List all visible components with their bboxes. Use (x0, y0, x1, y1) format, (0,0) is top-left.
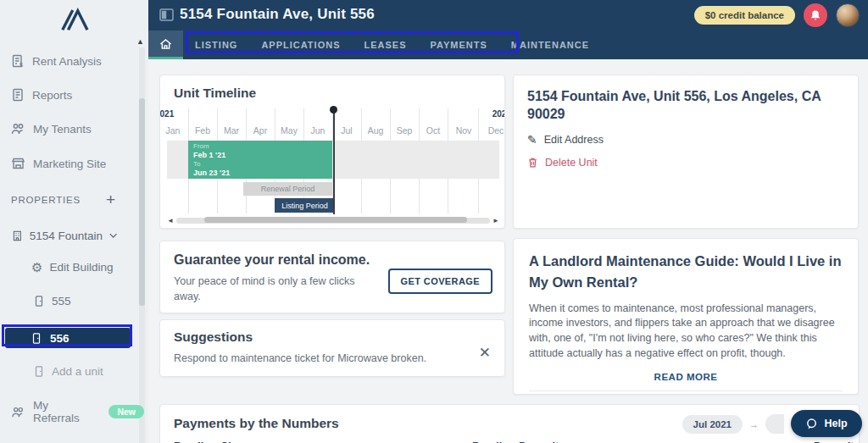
sidebar-item-label: 555 (52, 295, 71, 307)
new-badge: New (108, 405, 144, 418)
property-name: 5154 Fountain ... (30, 230, 103, 242)
chat-bubble-icon (805, 418, 818, 430)
delete-unit-label: Delete Unit (545, 157, 598, 169)
help-label: Help (824, 418, 847, 429)
article-title: A Landlord Maintenance Guide: Would I Li… (529, 251, 843, 293)
lease-to-date: Jun 23 '21 (193, 169, 327, 178)
payments-column-header: Pending Deposits (472, 440, 565, 443)
month-pill-next-partial[interactable] (765, 414, 784, 434)
tab-payments[interactable]: PAYMENTS (418, 30, 498, 59)
read-more-link[interactable]: READ MORE (529, 372, 843, 382)
unit-tabs: LISTING APPLICATIONS LEASES PAYMENTS MAI… (148, 30, 868, 59)
month-label: Dec (479, 125, 505, 136)
sidebar-item-label: Marketing Site (33, 158, 106, 170)
month-label: Nov (447, 125, 481, 136)
sidebar-item-label: My Tenants (33, 123, 92, 136)
sidebar-scroll-up-icon[interactable]: ▲ (136, 37, 144, 46)
door-icon (33, 295, 45, 307)
sidebar-item-add-a-unit[interactable]: Add a unit (33, 365, 103, 378)
unit-address: 5154 Fountain Ave, Unit 556, Los Angeles… (527, 87, 844, 123)
top-header: 5154 Fountain Ave, Unit 556 $0 credit ba… (148, 0, 868, 59)
timeline-scrollbar-thumb[interactable] (204, 217, 467, 223)
credit-balance-badge[interactable]: $0 credit balance (694, 6, 795, 25)
guarantee-title: Guarantee your rental income. (174, 252, 491, 268)
rent-guarantee-card: Guarantee your rental income. Your peace… (159, 241, 505, 313)
chevron-down-icon[interactable] (109, 233, 117, 239)
sidebar-item-rent-analysis[interactable]: $ Rent Analysis (0, 48, 136, 74)
trash-icon (527, 157, 538, 169)
sidebar-item-my-tenants[interactable]: My Tenants (0, 116, 136, 141)
notifications-button[interactable] (804, 3, 827, 27)
sidebar: ▲ $ Rent Analysis Reports (0, 0, 148, 443)
sidebar-item-marketing-site[interactable]: Marketing Site (0, 151, 136, 176)
lease-period-bar[interactable]: From Feb 1 '21 To Jun 23 '21 (188, 141, 332, 179)
properties-label: PROPERTIES (11, 195, 81, 205)
tab-applications[interactable]: APPLICATIONS (249, 30, 352, 59)
delete-unit-button[interactable]: Delete Unit (527, 157, 844, 169)
gear-icon: ⚙ (31, 261, 42, 274)
sidebar-item-property-5154-fountain[interactable]: 5154 Fountain ... (0, 224, 137, 247)
suggestion-text: Respond to maintenance ticket for Microw… (174, 352, 491, 364)
listing-period-bar[interactable]: Listing Period (275, 198, 335, 213)
tab-leases[interactable]: LEASES (352, 30, 418, 59)
renewal-period-bar[interactable]: Renewal Period (243, 182, 332, 196)
timeline-scrollbar: ◄ ► (167, 217, 499, 224)
payments-column-header: Pending Charges (174, 440, 264, 443)
tab-listing[interactable]: LISTING (183, 30, 249, 59)
guarantee-body: Your peace of mind is only a few clicks … (174, 274, 369, 304)
year-label-left: 2021 (159, 109, 174, 119)
app-logo[interactable] (0, 5, 148, 36)
logo-mark-icon (59, 5, 90, 33)
home-icon (159, 38, 172, 50)
month-pill-jul-2021[interactable]: Jul 2021 (682, 415, 743, 434)
sidebar-item-unit-556-selected[interactable]: 556 (5, 328, 131, 348)
divider (529, 390, 843, 391)
sidebar-scrollbar-thumb[interactable] (139, 98, 145, 306)
tab-maintenance[interactable]: MAINTENANCE (499, 30, 601, 59)
app-window: ▲ $ Rent Analysis Reports (0, 0, 868, 443)
scroll-right-icon[interactable]: ► (492, 217, 499, 224)
edit-address-button[interactable]: ✎ Edit Address (527, 133, 844, 147)
marketing-site-icon (11, 157, 25, 170)
bell-icon (810, 9, 821, 22)
sidebar-item-label: Rent Analysis (32, 55, 102, 68)
today-marker-dot[interactable] (330, 106, 337, 114)
scroll-left-icon[interactable]: ◄ (167, 217, 174, 224)
sidebar-scrollbar[interactable] (139, 47, 145, 443)
get-coverage-button[interactable]: GET COVERAGE (388, 269, 492, 294)
sidebar-item-label: 556 (50, 332, 70, 345)
article-excerpt: When it comes to maintenance, most profe… (529, 302, 843, 362)
suggestions-card: Suggestions Respond to maintenance ticke… (159, 319, 505, 377)
sidebar-item-label: My Referrals (33, 399, 97, 424)
suggestions-title: Suggestions (174, 329, 491, 345)
sidebar-item-label: Edit Building (49, 261, 113, 274)
sidebar-item-unit-555[interactable]: 555 (33, 295, 71, 307)
edit-address-label: Edit Address (544, 134, 604, 146)
unit-timeline-chart[interactable]: 2021 2022 Jan Feb Mar Apr May Jun Jul Au… (167, 106, 499, 224)
payments-month-nav: Jul 2021 → (682, 414, 784, 434)
unit-door-icon (159, 8, 174, 21)
properties-section-header: PROPERTIES + (0, 191, 136, 208)
door-icon (31, 332, 42, 345)
rent-analysis-icon: $ (11, 54, 25, 68)
sidebar-item-reports[interactable]: Reports (0, 82, 136, 108)
close-icon[interactable]: ✕ (479, 346, 491, 360)
month-label: Oct (416, 125, 450, 136)
door-icon (33, 365, 45, 378)
svg-text:$: $ (19, 62, 23, 68)
sidebar-item-my-referrals[interactable]: My Referrals New (0, 400, 144, 424)
tab-overview-home[interactable] (148, 30, 183, 59)
pencil-icon: ✎ (527, 133, 537, 147)
lease-to-label: To (193, 160, 327, 169)
maintenance-article-card: A Landlord Maintenance Guide: Would I Li… (513, 238, 859, 395)
help-button[interactable]: Help (791, 410, 862, 437)
sidebar-item-edit-building[interactable]: ⚙ Edit Building (31, 261, 114, 274)
user-avatar[interactable] (836, 3, 860, 27)
page-title: 5154 Fountain Ave, Unit 556 (180, 6, 375, 23)
unit-timeline-card: Unit Timeline 2021 2022 Jan Feb Mar Apr (159, 75, 505, 229)
referrals-icon (11, 406, 25, 418)
unit-address-card: 5154 Fountain Ave, Unit 556, Los Angeles… (513, 75, 859, 229)
sidebar-item-label: Add a unit (52, 365, 103, 378)
payments-by-numbers-card: Payments by the Numbers Jul 2021 → Pendi… (159, 404, 860, 443)
add-property-button[interactable]: + (106, 191, 115, 208)
